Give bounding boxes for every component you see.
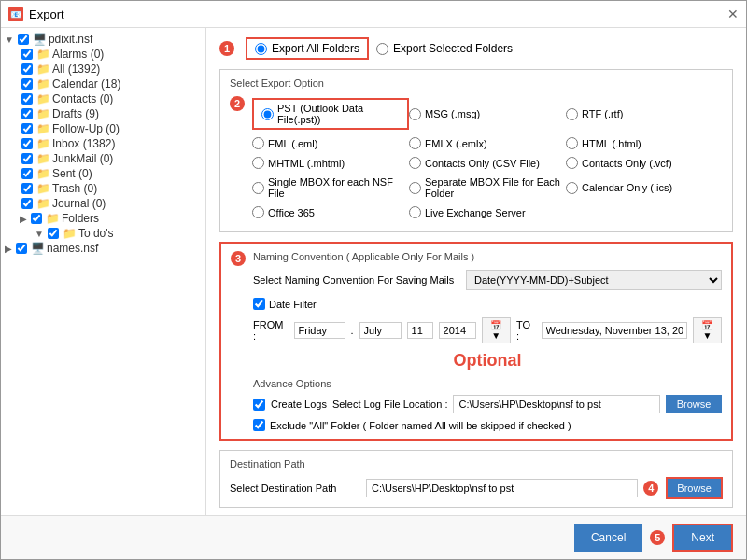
tree-item-sent[interactable]: 📁 Sent (0) [1, 166, 205, 181]
contacts-vcf-radio[interactable] [566, 157, 578, 169]
date-filter-label[interactable]: Date Filter [253, 298, 317, 310]
format-rtf[interactable]: RTF (.rtf) [566, 96, 723, 132]
naming-section-title: Naming Convention ( Applicable Only For … [253, 251, 722, 262]
contacts-checkbox[interactable] [21, 93, 33, 105]
from-month-field[interactable] [359, 322, 402, 339]
calendar-ics-radio[interactable] [566, 182, 578, 194]
tree-item-alarms[interactable]: 📁 Alarms (0) [1, 47, 205, 62]
live-exchange-radio[interactable] [409, 206, 421, 218]
eml-radio[interactable] [252, 137, 264, 149]
from-date-field[interactable] [407, 322, 433, 339]
naming-convention-select[interactable]: Date(YYYY-MM-DD)+Subject Subject Subject… [466, 270, 722, 290]
tree-item-folders[interactable]: ▶ 📁 Folders [1, 211, 205, 226]
format-contacts-vcf[interactable]: Contacts Only (.vcf) [566, 155, 723, 171]
alarms-checkbox[interactable] [21, 49, 33, 60]
format-eml[interactable]: EML (.eml) [252, 135, 409, 151]
folders-expand-icon[interactable]: ▶ [20, 214, 27, 224]
followup-checkbox[interactable] [21, 123, 33, 134]
single-mbox-radio[interactable] [252, 182, 264, 194]
format-office365[interactable]: Office 365 [252, 204, 409, 220]
format-pst[interactable]: PST (Outlook Data File(.pst)) [252, 96, 409, 132]
rtf-radio[interactable] [566, 108, 578, 120]
to-date-field[interactable] [542, 322, 687, 339]
todos-expand-icon[interactable]: ▼ [35, 229, 44, 239]
next-button[interactable]: Next [672, 524, 733, 552]
folder-icon: 📁 [36, 122, 50, 135]
from-calendar-button[interactable]: 📅▼ [482, 317, 511, 343]
tree-item-contacts[interactable]: 📁 Contacts (0) [1, 91, 205, 106]
journal-label: Journal (0) [52, 197, 106, 210]
journal-checkbox[interactable] [21, 198, 33, 209]
main-content: ▼ 🖥️ pdixit.nsf 📁 Alarms (0) 📁 All (1392… [1, 28, 746, 515]
format-msg[interactable]: MSG (.msg) [409, 96, 566, 132]
all-checkbox[interactable] [21, 63, 33, 75]
close-button[interactable]: ✕ [727, 7, 739, 21]
export-all-option[interactable]: Export All Folders [246, 37, 369, 60]
format-live-exchange[interactable]: Live Exchange Server [409, 204, 566, 220]
tree-item-drafts[interactable]: 📁 Drafts (9) [1, 106, 205, 121]
to-label: TO : [516, 319, 536, 342]
junkmail-checkbox[interactable] [21, 153, 33, 164]
export-all-radio[interactable] [255, 43, 267, 55]
root-checkbox[interactable] [18, 34, 29, 45]
tree-root[interactable]: ▼ 🖥️ pdixit.nsf [1, 32, 205, 47]
mhtml-radio[interactable] [252, 157, 264, 169]
tree-item-all[interactable]: 📁 All (1392) [1, 62, 205, 77]
calendar-checkbox[interactable] [21, 78, 33, 90]
tree-item-todos[interactable]: ▼ 📁 To do's [1, 226, 205, 241]
from-year-field[interactable] [439, 322, 476, 339]
export-all-label[interactable]: Export All Folders [272, 42, 359, 55]
format-emlx[interactable]: EMLX (.emlx) [409, 135, 566, 151]
trash-checkbox[interactable] [21, 183, 33, 194]
tree-item-journal[interactable]: 📁 Journal (0) [1, 196, 205, 211]
sent-label: Sent (0) [52, 167, 92, 180]
folder-icon: 📁 [36, 48, 50, 61]
folder-icon: 📁 [36, 137, 50, 150]
export-selected-option[interactable]: Export Selected Folders [376, 42, 513, 55]
tree-item-inbox[interactable]: 📁 Inbox (1382) [1, 136, 205, 151]
destination-path-input[interactable] [366, 479, 638, 497]
create-logs-checkbox[interactable] [253, 399, 265, 411]
folder-icon: 📁 [63, 227, 77, 240]
names-checkbox[interactable] [16, 243, 27, 254]
folders-checkbox[interactable] [31, 213, 42, 224]
browse-destination-button[interactable]: Browse [666, 477, 723, 499]
separate-mbox-radio[interactable] [409, 182, 421, 194]
tree-item-trash[interactable]: 📁 Trash (0) [1, 181, 205, 196]
contacts-csv-radio[interactable] [409, 157, 421, 169]
from-day-field[interactable] [294, 322, 345, 339]
names-expand-icon[interactable]: ▶ [5, 244, 12, 254]
html-radio[interactable] [566, 137, 578, 149]
date-filter-checkbox[interactable] [253, 298, 265, 310]
html-label: HTML (.html) [582, 138, 641, 149]
export-selected-radio[interactable] [376, 43, 388, 55]
format-calendar-ics[interactable]: Calendar Only (.ics) [566, 175, 723, 201]
browse-log-button[interactable]: Browse [666, 395, 722, 413]
naming-convention-label: Select Naming Convention For Saving Mail… [253, 274, 458, 286]
inbox-checkbox[interactable] [21, 138, 33, 149]
tree-item-junkmail[interactable]: 📁 JunkMail (0) [1, 151, 205, 166]
root-expand-icon[interactable]: ▼ [5, 35, 14, 45]
office365-radio[interactable] [252, 206, 264, 218]
tree-item-followup[interactable]: 📁 Follow-Up (0) [1, 121, 205, 136]
format-mhtml[interactable]: MHTML (.mhtml) [252, 155, 409, 171]
tree-item-names[interactable]: ▶ 🖥️ names.nsf [1, 241, 205, 256]
format-contacts-csv[interactable]: Contacts Only (CSV File) [409, 155, 566, 171]
to-calendar-button[interactable]: 📅▼ [693, 317, 722, 343]
todos-checkbox[interactable] [48, 228, 59, 239]
exclude-all-checkbox[interactable] [253, 419, 265, 431]
log-path-input[interactable] [453, 395, 660, 413]
pst-radio[interactable] [261, 108, 274, 120]
date-range-row: FROM : . 📅▼ TO : 📅▼ [253, 317, 722, 343]
sent-checkbox[interactable] [21, 168, 33, 179]
drafts-checkbox[interactable] [21, 108, 33, 119]
format-single-mbox[interactable]: Single MBOX for each NSF File [252, 175, 409, 201]
cancel-button[interactable]: Cancel [574, 524, 642, 552]
export-selected-label[interactable]: Export Selected Folders [393, 42, 513, 55]
format-separate-mbox[interactable]: Separate MBOX File for Each Folder [409, 175, 566, 201]
format-html[interactable]: HTML (.html) [566, 135, 723, 151]
msg-radio[interactable] [409, 108, 421, 120]
tree-item-calendar[interactable]: 📁 Calendar (18) [1, 77, 205, 91]
emlx-radio[interactable] [409, 137, 421, 149]
root-label: pdixit.nsf [49, 33, 92, 46]
